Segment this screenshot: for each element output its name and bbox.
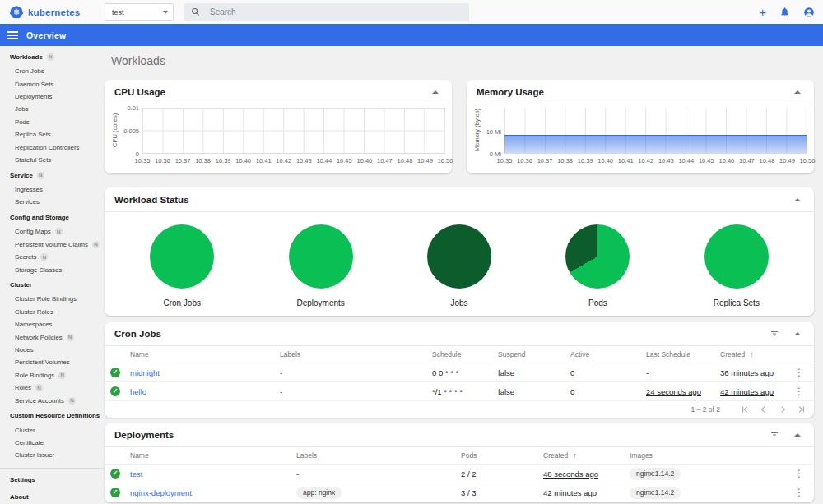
sidebar-item-config-and-storage[interactable]: Config and Storage xyxy=(0,211,105,224)
workload-status-jobs: Jobs xyxy=(390,224,528,307)
cron-jobs-card: Cron Jobs Name Labels Schedule Suspend A… xyxy=(105,322,814,418)
collapse-icon[interactable] xyxy=(794,332,801,335)
sidebar-item-pods[interactable]: Pods xyxy=(0,116,105,128)
sidebar-item-storage-classes[interactable]: Storage Classes xyxy=(0,263,105,275)
col-suspend[interactable]: Suspend xyxy=(498,350,570,358)
prev-page-icon[interactable] xyxy=(758,404,770,415)
col-labels[interactable]: Labels xyxy=(296,451,461,460)
pagination-range: 1 – 2 of 2 xyxy=(691,405,720,414)
col-name[interactable]: Name xyxy=(130,350,280,358)
collapse-icon[interactable] xyxy=(432,90,439,94)
sidebar-item-label: Config and Storage xyxy=(10,214,69,221)
sidebar-item-label: Namespaces xyxy=(15,321,53,328)
namespaced-badge: N xyxy=(40,253,48,261)
y-tick-label: 0.005 xyxy=(123,127,139,135)
last-page-icon[interactable] xyxy=(796,404,807,415)
namespace-select[interactable]: test xyxy=(105,3,174,21)
sidebar-item-persistent-volume-claims[interactable]: Persistent Volume ClaimsN xyxy=(0,238,105,251)
sidebar-item-cluster-issuer[interactable]: Cluster Issuer xyxy=(0,449,105,461)
sidebar-item-service-accounts[interactable]: Service AccountsN xyxy=(0,394,105,406)
row-menu-icon[interactable]: ⋮ xyxy=(784,367,814,378)
col-created[interactable]: Created↑ xyxy=(720,350,784,358)
created-value[interactable]: 42 minutes ago xyxy=(720,387,774,396)
col-active[interactable]: Active xyxy=(570,350,646,358)
cronjob-link[interactable]: hello xyxy=(130,387,146,396)
sidebar-item-service[interactable]: ServiceN xyxy=(0,169,105,181)
col-schedule[interactable]: Schedule xyxy=(432,350,498,358)
x-tick-label: 10:43 xyxy=(296,157,312,164)
deployment-link[interactable]: nginx-deployment xyxy=(130,488,192,497)
search-input[interactable]: Search xyxy=(184,3,469,21)
sidebar-item-stateful-sets[interactable]: Stateful Sets xyxy=(0,154,105,166)
sidebar-item-nodes[interactable]: Nodes xyxy=(0,344,105,356)
col-images[interactable]: Images xyxy=(630,451,784,460)
x-tick-label: 10:40 xyxy=(597,157,613,164)
sidebar-item-label: Certificate xyxy=(15,439,44,446)
filter-icon[interactable] xyxy=(770,329,779,339)
sidebar-item-cron-jobs[interactable]: Cron Jobs xyxy=(0,65,105,77)
sidebar-item-workloads[interactable]: WorkloadsN xyxy=(0,51,105,63)
last-schedule-value[interactable]: 24 seconds ago xyxy=(646,387,701,396)
sidebar-item-cluster-role-bindings[interactable]: Cluster Role Bindings xyxy=(0,293,105,305)
last-schedule-value[interactable]: - xyxy=(646,368,649,377)
collapse-icon[interactable] xyxy=(794,433,801,437)
sidebar-item-config-maps[interactable]: Config MapsN xyxy=(0,225,105,238)
sidebar-item-custom-resource-definitions[interactable]: Custom Resource Definitions xyxy=(0,409,105,422)
pie-chart xyxy=(704,224,769,289)
deployment-link[interactable]: test xyxy=(130,469,142,479)
sidebar-item-about[interactable]: About xyxy=(0,491,105,503)
kubernetes-logo[interactable]: ☸ kubernetes xyxy=(10,6,105,18)
kubernetes-logo-icon: ☸ xyxy=(10,6,23,18)
sidebar-item-persistent-volumes[interactable]: Persistent Volumes xyxy=(0,356,105,368)
next-page-icon[interactable] xyxy=(777,404,788,415)
sidebar-item-role-bindings[interactable]: Role BindingsN xyxy=(0,369,105,381)
filter-icon[interactable] xyxy=(770,430,779,440)
cronjob-link[interactable]: midnight xyxy=(130,368,160,377)
col-pods[interactable]: Pods xyxy=(461,451,543,460)
sidebar-item-roles[interactable]: RolesN xyxy=(0,381,105,394)
x-tick-label: 10:39 xyxy=(216,157,231,164)
create-resource-button[interactable]: + xyxy=(759,6,766,18)
sidebar-item-ingresses[interactable]: Ingresses xyxy=(0,183,105,196)
x-tick-label: 10:46 xyxy=(718,157,734,164)
label-chip: app: nginx xyxy=(296,487,342,499)
sidebar-item-settings[interactable]: Settings xyxy=(0,474,105,486)
workload-status-replica-sets: Replica Sets xyxy=(667,224,806,307)
row-menu-icon[interactable]: ⋮ xyxy=(784,386,814,397)
row-menu-icon[interactable]: ⋮ xyxy=(784,487,814,498)
namespace-value: test xyxy=(112,8,124,16)
sidebar-item-label: Service Accounts xyxy=(15,397,64,405)
sidebar-item-replica-sets[interactable]: Replica Sets xyxy=(0,128,105,141)
notifications-bell-icon[interactable] xyxy=(779,7,790,17)
col-last-schedule[interactable]: Last Schedule xyxy=(646,350,720,358)
sidebar-item-certificate[interactable]: Certificate xyxy=(0,437,105,449)
cpu-x-ticks: 10:3510:3610:3710:3810:3910:4010:4110:42… xyxy=(142,157,445,167)
sidebar-item-namespaces[interactable]: Namespaces xyxy=(0,318,105,331)
pie-chart xyxy=(565,224,630,289)
collapse-icon[interactable] xyxy=(794,90,801,94)
row-menu-icon[interactable]: ⋮ xyxy=(784,468,814,479)
sidebar-item-deployments[interactable]: Deployments xyxy=(0,90,105,103)
created-value[interactable]: 36 minutes ago xyxy=(720,368,774,377)
sidebar-item-daemon-sets[interactable]: Daemon Sets xyxy=(0,77,105,90)
col-name[interactable]: Name xyxy=(130,451,296,460)
col-created[interactable]: Created↑ xyxy=(543,451,630,460)
created-value[interactable]: 48 seconds ago xyxy=(543,469,598,479)
sidebar-item-network-policies[interactable]: Network PoliciesN xyxy=(0,331,105,343)
sidebar-item-cluster-roles[interactable]: Cluster Roles xyxy=(0,306,105,318)
sidebar-item-label: Network Policies xyxy=(15,334,63,341)
first-page-icon[interactable] xyxy=(739,404,751,415)
sidebar-item-secrets[interactable]: SecretsN xyxy=(0,251,105,263)
sidebar-item-cluster[interactable]: Cluster xyxy=(0,279,105,291)
col-labels[interactable]: Labels xyxy=(280,350,432,358)
sidebar-item-cluster[interactable]: Cluster xyxy=(0,423,105,436)
menu-icon[interactable] xyxy=(7,31,18,39)
collapse-icon[interactable] xyxy=(794,198,801,201)
deployments-card: Deployments Name Labels Pods Created↑ Im… xyxy=(105,423,814,502)
sidebar-item-services[interactable]: Services xyxy=(0,196,105,208)
x-tick-label: 10:50 xyxy=(438,157,453,164)
sidebar-item-jobs[interactable]: Jobs xyxy=(0,103,105,115)
account-icon[interactable] xyxy=(803,7,815,18)
created-value[interactable]: 42 minutes ago xyxy=(543,488,597,497)
sidebar-item-replication-controllers[interactable]: Replication Controllers xyxy=(0,141,105,153)
